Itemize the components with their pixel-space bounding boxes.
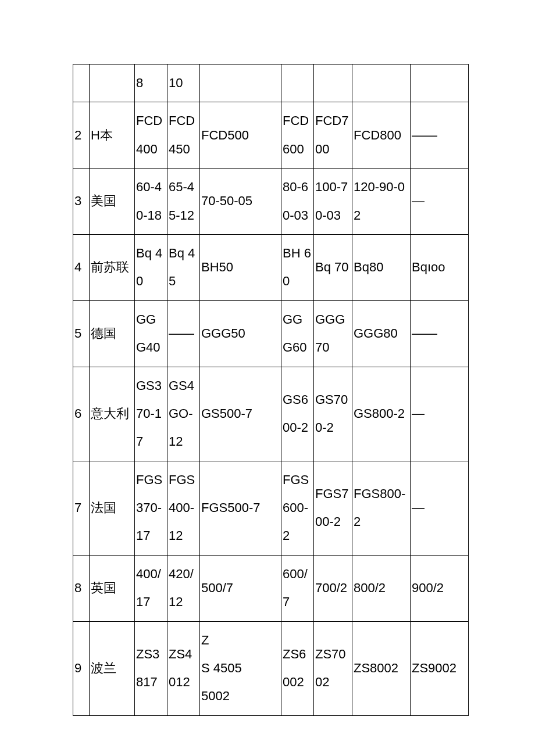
cell: —— bbox=[411, 102, 469, 169]
cell: BH 60 bbox=[281, 234, 314, 300]
cell: GGG80 bbox=[352, 300, 411, 367]
cell: Bq 70 bbox=[314, 234, 352, 300]
cell: FCD700 bbox=[314, 102, 352, 169]
cell: —— bbox=[167, 300, 200, 367]
cell: 10 bbox=[167, 65, 200, 102]
cell-country: H本 bbox=[90, 102, 135, 169]
cell: — bbox=[411, 367, 469, 461]
cell: FGS600-2 bbox=[281, 461, 314, 555]
cell bbox=[314, 65, 352, 102]
table-row: 8 10 bbox=[73, 65, 469, 102]
cell-rownum: 5 bbox=[73, 300, 90, 367]
table-row: 2 H本 FCD400 FCD450 FCD500 FCD600 FCD700 … bbox=[73, 102, 469, 169]
cell bbox=[411, 65, 469, 102]
cell: FCD400 bbox=[135, 102, 167, 169]
cell-rownum: 7 bbox=[73, 461, 90, 555]
cell: GS800-2 bbox=[352, 367, 411, 461]
cell: 60-40-18 bbox=[135, 169, 167, 235]
cell: 8 bbox=[135, 65, 167, 102]
cell-country: 英国 bbox=[90, 555, 135, 621]
cell: —— bbox=[411, 300, 469, 367]
table-row: 3 美国 60-40-18 65-45-12 70-50-05 80-60-03… bbox=[73, 169, 469, 235]
cell: ZS7002 bbox=[314, 621, 352, 715]
cell: 900/2 bbox=[411, 555, 469, 621]
cell: 800/2 bbox=[352, 555, 411, 621]
cell: 400/17 bbox=[135, 555, 167, 621]
cell: ZS4012 bbox=[167, 621, 200, 715]
cell-rownum: 9 bbox=[73, 621, 90, 715]
cell-country: 美国 bbox=[90, 169, 135, 235]
table-row: 4 前苏联 Bq 40 Bq 45 BH50 BH 60 Bq 70 Bq80 … bbox=[73, 234, 469, 300]
cell: GS500-7 bbox=[200, 367, 281, 461]
cell: BH50 bbox=[200, 234, 281, 300]
cell: ZS6002 bbox=[281, 621, 314, 715]
cell: 120-90-02 bbox=[352, 169, 411, 235]
cell: — bbox=[411, 461, 469, 555]
cell: 65-45-12 bbox=[167, 169, 200, 235]
cell: FGS400-12 bbox=[167, 461, 200, 555]
cell-rownum bbox=[73, 65, 90, 102]
cell: GGG40 bbox=[135, 300, 167, 367]
table-row: 7 法国 FGS370-17 FGS400-12 FGS500-7 FGS600… bbox=[73, 461, 469, 555]
cell-rownum: 2 bbox=[73, 102, 90, 169]
cell-rownum: 4 bbox=[73, 234, 90, 300]
cell-country: 法国 bbox=[90, 461, 135, 555]
table-row: 5 德国 GGG40 —— GGG50 GGG60 GGG70 GGG80 —— bbox=[73, 300, 469, 367]
table-row: 6 意大利 GS370-17 GS4GO-12 GS500-7 GS600-2 … bbox=[73, 367, 469, 461]
cell: Bq 40 bbox=[135, 234, 167, 300]
cell: 80-60-03 bbox=[281, 169, 314, 235]
cell: FGS800-2 bbox=[352, 461, 411, 555]
cell-rownum: 8 bbox=[73, 555, 90, 621]
cell: FCD500 bbox=[200, 102, 281, 169]
table-row: 9 波兰 ZS3817 ZS4012 Z S 4505 5002 ZS6002 … bbox=[73, 621, 469, 715]
cell bbox=[352, 65, 411, 102]
cell: Z S 4505 5002 bbox=[200, 621, 281, 715]
standards-table: 8 10 2 H本 FCD400 FCD450 FCD500 FCD600 FC… bbox=[73, 64, 469, 716]
cell: FGS700-2 bbox=[314, 461, 352, 555]
cell: 600/7 bbox=[281, 555, 314, 621]
cell: ZS3817 bbox=[135, 621, 167, 715]
cell: 700/2 bbox=[314, 555, 352, 621]
cell: GS600-2 bbox=[281, 367, 314, 461]
cell: FCD450 bbox=[167, 102, 200, 169]
cell: GGG50 bbox=[200, 300, 281, 367]
cell: FCD800 bbox=[352, 102, 411, 169]
cell: FGS500-7 bbox=[200, 461, 281, 555]
cell: GS700-2 bbox=[314, 367, 352, 461]
table-body: 8 10 2 H本 FCD400 FCD450 FCD500 FCD600 FC… bbox=[73, 65, 469, 716]
cell: FGS370-17 bbox=[135, 461, 167, 555]
cell: — bbox=[411, 169, 469, 235]
cell: 100-70-03 bbox=[314, 169, 352, 235]
cell: GGG70 bbox=[314, 300, 352, 367]
table-row: 8 英国 400/17 420/12 500/7 600/7 700/2 800… bbox=[73, 555, 469, 621]
cell bbox=[200, 65, 281, 102]
cell: Bqıoo bbox=[411, 234, 469, 300]
cell: ZS8002 bbox=[352, 621, 411, 715]
cell: GS4GO-12 bbox=[167, 367, 200, 461]
cell-rownum: 3 bbox=[73, 169, 90, 235]
cell: 420/12 bbox=[167, 555, 200, 621]
cell: ZS9002 bbox=[411, 621, 469, 715]
cell-country: 德国 bbox=[90, 300, 135, 367]
cell-rownum: 6 bbox=[73, 367, 90, 461]
cell-country bbox=[90, 65, 135, 102]
cell: Bq 45 bbox=[167, 234, 200, 300]
cell: GGG60 bbox=[281, 300, 314, 367]
cell: FCD600 bbox=[281, 102, 314, 169]
cell-country: 意大利 bbox=[90, 367, 135, 461]
cell: GS370-17 bbox=[135, 367, 167, 461]
cell: Bq80 bbox=[352, 234, 411, 300]
cell-country: 前苏联 bbox=[90, 234, 135, 300]
cell-country: 波兰 bbox=[90, 621, 135, 715]
cell: 500/7 bbox=[200, 555, 281, 621]
cell: 70-50-05 bbox=[200, 169, 281, 235]
cell bbox=[281, 65, 314, 102]
